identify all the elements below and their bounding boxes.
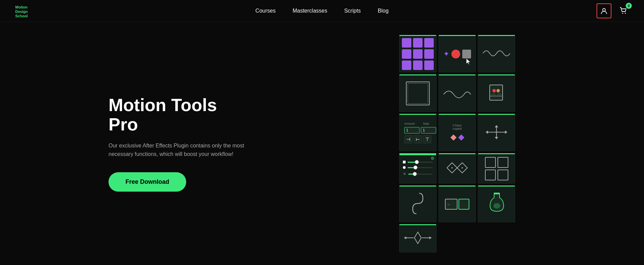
image-icon-svg [488,83,505,102]
logo-icon: Motion Design School [14,2,32,20]
diamonds-content [440,156,474,181]
user-account-button[interactable] [597,3,611,18]
sparkle-icon: ✦ [443,50,449,58]
arrow-move-svg: → [444,194,471,213]
svg-text:Motion: Motion [15,5,27,9]
grid-sq-4 [497,170,508,180]
svg-marker-28 [404,236,406,239]
wave-content [478,41,515,67]
free-download-button[interactable]: Free Download [109,172,186,192]
panel-s-shape [399,186,436,222]
panel-image-icon [478,74,515,112]
select-inner [408,83,428,104]
step-input[interactable] [421,127,436,134]
nav-courses[interactable]: Courses [255,8,276,14]
svg-marker-12 [505,130,507,134]
panel-grid-squares [478,153,515,183]
grid-sq-1 [485,157,496,168]
grid-sq-3 [485,170,496,180]
slider-bullet-1 [403,161,406,163]
slider-bullet-2 [403,166,406,169]
sliders-content: ✕ [399,157,436,180]
slider-thumb-1[interactable] [415,160,419,164]
user-icon [600,7,608,15]
input-fields-row [404,127,431,134]
diamond-left-icon: ◆ [450,132,456,142]
purple-sq-6 [424,49,434,59]
grid-squares-content [482,154,511,183]
svg-point-16 [495,131,497,133]
green-top-bar [399,154,436,155]
slider-fill-2 [408,167,414,168]
hero-description: Our exclusive After Effects Plugin conta… [109,141,251,159]
keys-copied-text: 0 keyscopied [453,124,462,130]
action-buttons-row: ⊣ ⊢ ⊤ [404,135,431,143]
hero-content: Motion Tools Pro Our exclusive After Eff… [109,95,251,192]
slider-row-1 [403,161,433,163]
purple-sq-4 [402,49,411,59]
svg-text:Design: Design [15,10,28,14]
panel-diamond-arrows [399,224,436,252]
keys-copied-content: 0 keyscopied ◆ ◆ [448,121,467,144]
panel-sliders: ✕ ⚙ [399,153,436,183]
left-align-button[interactable]: ⊣ [404,135,413,143]
purple-sq-2 [413,38,423,48]
gear-icon[interactable]: ⚙ [431,156,434,161]
slider-track-1[interactable] [408,162,433,163]
arrow-move-content: → [441,191,473,217]
cart-button[interactable]: 0 [617,4,630,18]
purple-sq-5 [413,49,423,59]
panel-select-box [399,74,436,112]
svg-point-25 [493,203,500,209]
diamond-arrows-content [399,225,436,252]
panel-color-selector: ✦ [438,35,476,72]
hero-title: Motion Tools Pro [109,95,251,134]
panel-purple-grid [399,35,436,72]
purple-sq-7 [402,60,411,70]
logo[interactable]: Motion Design School [14,2,32,20]
slider-x-icon: ✕ [403,172,406,176]
purple-sq-8 [413,60,423,70]
image-icon-content [485,80,508,107]
panel-bottle [478,186,515,222]
slider-row-3: ✕ [403,172,433,176]
svg-point-19 [451,167,453,169]
svg-point-5 [625,13,626,14]
color-selector-content: ✦ [441,47,474,61]
wavy-content [438,81,476,106]
bottle-svg [487,192,506,215]
purple-grid-content [399,35,436,72]
nav-blog[interactable]: Blog [378,8,389,14]
s-shape-content [404,187,431,222]
panel-arrow-move: → [438,186,476,222]
panel-diamond-shapes [438,153,476,183]
amount-input[interactable] [404,127,419,134]
svg-marker-26 [414,232,421,244]
panel-inputs: Amount Step ⊣ ⊢ ⊤ [399,114,436,151]
svg-rect-23 [459,199,469,209]
slider-thumb-3[interactable] [413,172,417,176]
wavy-svg [442,84,472,101]
slider-track-3[interactable] [408,174,433,175]
slider-track-2[interactable] [408,167,433,168]
purple-sq-1 [402,38,411,48]
slider-thumb-2[interactable] [413,165,417,170]
svg-point-20 [462,167,463,169]
amount-label: Amount [404,122,415,125]
nav-scripts[interactable]: Scripts [344,8,361,14]
gray-color-dot [462,50,471,58]
red-color-dot [451,50,460,58]
nav-actions: 0 [597,3,630,18]
center-align-button[interactable]: ⊢ [414,135,422,143]
diamond-right-icon: ◆ [458,132,464,142]
svg-text:→: → [446,202,450,207]
input-labels-row: Amount Step [404,122,431,125]
purple-sq-9 [424,60,434,70]
nav-masterclasses[interactable]: Masterclasses [293,8,327,14]
diamond-arrows-svg [403,229,433,247]
right-align-button[interactable]: ⊤ [423,135,431,143]
wave-svg [481,45,512,62]
svg-rect-6 [490,85,503,100]
step-label: Step [423,122,429,125]
s-shape-svg [408,190,428,217]
